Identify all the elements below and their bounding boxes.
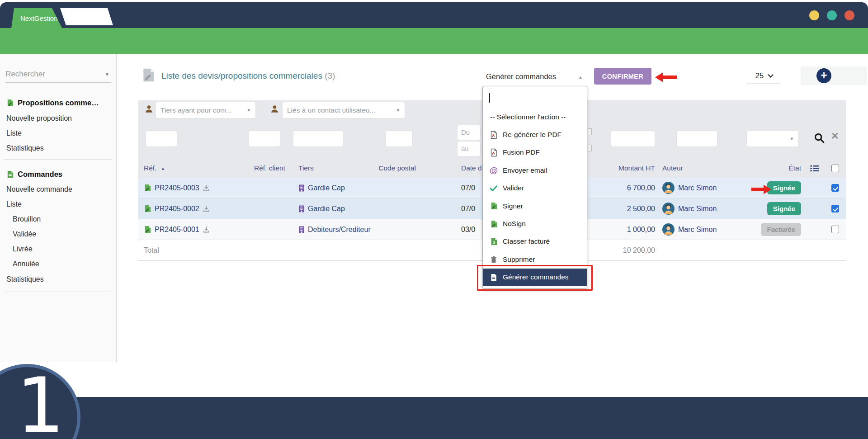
col-header-ref-client[interactable]: Réf. client bbox=[254, 164, 298, 172]
list-fields-icon[interactable] bbox=[810, 165, 820, 172]
ref-link[interactable]: PR2405-0003 bbox=[155, 184, 199, 192]
row-checkbox[interactable] bbox=[831, 226, 839, 233]
menu-item-classer-facture[interactable]: $ Classer facturé bbox=[483, 233, 587, 250]
col-header-ref[interactable]: Réf.▲ bbox=[144, 164, 254, 172]
menu-item-envoyer-email[interactable]: @ Envoyer email bbox=[483, 161, 587, 179]
step-number: 1 bbox=[16, 372, 65, 439]
avatar bbox=[662, 182, 675, 194]
company-icon bbox=[298, 184, 305, 192]
tiers-link[interactable]: Debiteurs/Crediteur bbox=[308, 226, 371, 234]
menu-item-select-action[interactable]: -- Sélectionner l'action -- bbox=[483, 108, 587, 126]
sidebar-section-commandes[interactable]: Commandes bbox=[0, 167, 117, 181]
dropdown-search-input[interactable] bbox=[487, 89, 582, 106]
window-dot-red bbox=[844, 10, 854, 20]
result-count: (3) bbox=[325, 71, 335, 80]
pdf-icon bbox=[490, 131, 497, 139]
select-all-checkbox[interactable] bbox=[831, 165, 839, 172]
sidebar-item-livree[interactable]: Livrée bbox=[0, 242, 117, 256]
chevron-down-icon: ▼ bbox=[790, 137, 794, 141]
filter-auteur-input[interactable] bbox=[676, 130, 717, 147]
download-icon[interactable] bbox=[203, 205, 210, 212]
signature-icon bbox=[490, 202, 498, 210]
sidebar-item-nouvelle-commande[interactable]: Nouvelle commande bbox=[0, 182, 117, 197]
filter-tiers-commercial-select[interactable]: Tiers ayant pour com...▼ bbox=[156, 102, 256, 118]
proposal-list-icon bbox=[141, 68, 156, 82]
chevron-up-icon: ▲ bbox=[578, 75, 583, 80]
search-input[interactable] bbox=[5, 66, 96, 82]
filter-ref-input[interactable] bbox=[146, 130, 177, 147]
download-icon[interactable] bbox=[203, 226, 210, 233]
ref-link[interactable]: PR2405-0001 bbox=[155, 226, 199, 234]
filter-date-to-input[interactable]: au bbox=[457, 141, 481, 156]
tab-secondary[interactable] bbox=[60, 8, 113, 25]
sidebar-item-liste-commandes[interactable]: Liste bbox=[0, 197, 117, 212]
chevron-down-icon: ▼ bbox=[105, 72, 109, 77]
avatar bbox=[662, 203, 675, 215]
col-header-auteur[interactable]: Auteur bbox=[655, 164, 739, 172]
download-icon[interactable] bbox=[203, 184, 210, 192]
col-header-etat[interactable]: État bbox=[739, 164, 804, 172]
bottom-band bbox=[0, 397, 868, 439]
top-navbar bbox=[0, 2, 868, 28]
filter-contact-user-select[interactable]: Liés à un contact utilisateu...▼ bbox=[282, 102, 405, 118]
menu-item-signer[interactable]: Signer bbox=[483, 197, 587, 215]
menu-item-fusion-pdf[interactable]: Fusion PDF bbox=[483, 144, 587, 161]
filter-tiers-input[interactable] bbox=[293, 130, 343, 147]
invoice-icon: $ bbox=[490, 238, 498, 245]
chevron-down-icon bbox=[768, 72, 774, 78]
text-cursor bbox=[489, 93, 490, 103]
filter-montant-input[interactable] bbox=[611, 130, 655, 147]
filter-etat-select[interactable]: ▼ bbox=[746, 130, 799, 147]
proposal-icon bbox=[144, 184, 151, 192]
ref-link[interactable]: PR2405-0002 bbox=[155, 205, 199, 213]
svg-text:$: $ bbox=[492, 240, 495, 245]
signature-icon bbox=[490, 220, 498, 228]
clear-filters-icon[interactable]: ✕ bbox=[831, 131, 839, 142]
window-dot-yellow bbox=[809, 10, 819, 20]
sidebar-item-liste-propositions[interactable]: Liste bbox=[0, 126, 117, 141]
menu-item-regenerer-pdf[interactable]: Re-générer le PDF bbox=[483, 126, 587, 143]
chevron-down-icon: ▼ bbox=[396, 108, 400, 113]
brand-name: NextGestion bbox=[20, 14, 58, 22]
col-header-tiers[interactable]: Tiers bbox=[298, 164, 376, 172]
auteur-link[interactable]: Marc Simon bbox=[678, 226, 717, 234]
sidebar-item-statistiques-commandes[interactable]: Statistiques bbox=[0, 272, 117, 287]
status-badge: Facturée bbox=[761, 223, 801, 236]
calendar-icon[interactable] bbox=[588, 128, 592, 135]
col-header-code-postal[interactable]: Code postal bbox=[376, 164, 416, 172]
menu-pill[interactable] bbox=[337, 67, 384, 74]
bulk-action-dropdown: -- Sélectionner l'action -- Re-générer l… bbox=[482, 86, 587, 289]
sidebar-divider bbox=[4, 159, 111, 160]
filter-ref-client-input[interactable] bbox=[249, 130, 280, 147]
row-checkbox[interactable] bbox=[831, 184, 839, 192]
filter-code-postal-input[interactable] bbox=[385, 130, 413, 147]
sidebar-item-validee[interactable]: Validée bbox=[0, 227, 117, 241]
annotation-highlight-box bbox=[477, 265, 593, 291]
menu-item-valider[interactable]: Valider bbox=[483, 179, 587, 197]
add-button[interactable]: + bbox=[816, 68, 831, 83]
proposal-icon bbox=[144, 205, 151, 212]
company-icon bbox=[298, 205, 305, 212]
person-icon bbox=[270, 104, 279, 113]
row-checkbox[interactable] bbox=[831, 205, 839, 212]
chevron-down-icon: ▼ bbox=[247, 108, 251, 113]
sidebar-section-propositions[interactable]: Propositions comme… bbox=[0, 95, 117, 110]
sidebar-item-statistiques-propositions[interactable]: Statistiques bbox=[0, 141, 117, 156]
sidebar-item-nouvelle-proposition[interactable]: Nouvelle proposition bbox=[0, 111, 117, 126]
menu-item-nosign[interactable]: NoSign bbox=[483, 215, 587, 232]
sidebar-item-annulee[interactable]: Annulée bbox=[0, 257, 117, 271]
menu-pill[interactable] bbox=[400, 67, 447, 74]
auteur-link[interactable]: Marc Simon bbox=[678, 184, 717, 192]
calendar-icon[interactable] bbox=[588, 145, 592, 151]
status-badge: Signée bbox=[767, 202, 801, 215]
bulk-action-select[interactable]: Générer commandes ▲ bbox=[486, 72, 583, 84]
auteur-link[interactable]: Marc Simon bbox=[678, 205, 717, 213]
filter-date-from-input[interactable]: Du bbox=[457, 125, 481, 140]
confirm-button[interactable]: CONFIRMER bbox=[594, 68, 651, 85]
tiers-link[interactable]: Gardie Cap bbox=[308, 205, 345, 213]
search-icon[interactable] bbox=[814, 132, 825, 144]
add-button-container: + bbox=[801, 66, 867, 85]
sidebar-item-brouillon[interactable]: Brouillon bbox=[0, 212, 117, 227]
tiers-link[interactable]: Gardie Cap bbox=[308, 184, 345, 192]
page-size-select[interactable]: 25 bbox=[747, 68, 780, 84]
